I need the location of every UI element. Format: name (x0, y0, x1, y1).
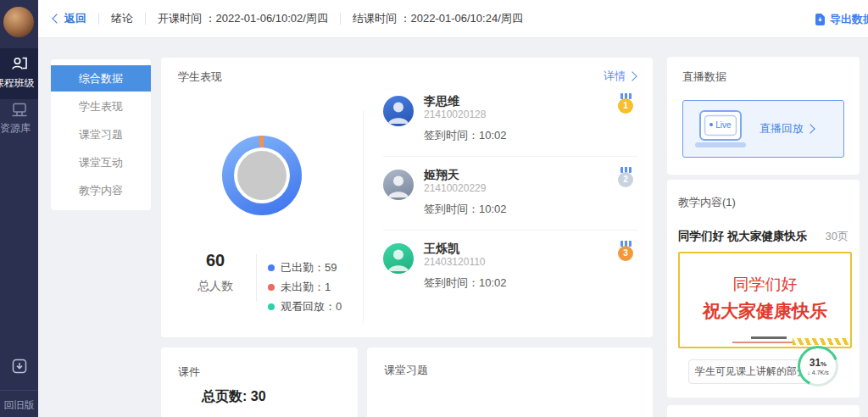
slide-text-line1: 同学们好 (680, 274, 850, 296)
stat-divider (256, 254, 257, 302)
sidebar-item-resource-library[interactable]: 资源库 (0, 102, 38, 142)
resource-library-icon (10, 102, 29, 119)
student-row[interactable]: 王烁凯 21403120110 签到时间：10:02 3 (383, 231, 637, 303)
medal-bronze-icon: 3 (617, 241, 634, 261)
topbar-divider (98, 13, 99, 25)
total-block: 60 总人数 (176, 251, 254, 294)
sidebar-item-old-version[interactable]: 回旧版 (0, 398, 38, 415)
end-time: 结课时间 ：2022-01-06/10:24/周四 (353, 11, 523, 26)
student-row[interactable]: 姬翔天 21410020229 签到时间：10:02 2 (383, 157, 637, 231)
medal-gold-icon: 1 (617, 93, 634, 114)
student-row[interactable]: 李思维 21410020128 签到时间：10:02 1 (383, 83, 637, 157)
total-students-value: 60 (176, 251, 254, 270)
checkin-time: 签到时间：10:02 (424, 202, 637, 217)
sidebar-item-course-class[interactable]: 课程班级 (0, 48, 38, 99)
tab-overview-data[interactable]: 综合数据 (51, 65, 151, 92)
topbar: 返回 绪论 开课时间 ：2022-01-06/10:02/周四 结课时间 ：20… (38, 0, 868, 38)
app-root: 课程班级 资源库 回旧版 (0, 0, 868, 417)
chevron-right-icon (627, 71, 637, 81)
live-dot-icon (709, 123, 713, 126)
progress-percent: 31% (810, 357, 826, 369)
legend-attended: 已出勤：59 (268, 258, 342, 277)
student-name: 王烁凯 (424, 242, 637, 256)
legend-dot-green (268, 303, 275, 310)
card-title: 课件 (178, 364, 200, 380)
attendance-donut-chart (222, 136, 302, 215)
document-row[interactable]: 同学们好 祝大家健康快乐 30页 (678, 229, 849, 244)
live-replay-box[interactable]: Live 直播回放 (682, 100, 844, 158)
student-avatar (383, 170, 414, 200)
network-progress-inner: 31% ↓ 4.7K/s (800, 348, 836, 384)
legend-replay: 观看回放：0 (268, 297, 342, 316)
card-title: 教学内容(1) (678, 195, 736, 210)
live-data-card: 直播数据 Live 直播回放 (667, 57, 860, 175)
student-info: 王烁凯 21403120110 签到时间：10:02 (424, 242, 637, 291)
sidebar-item-download[interactable] (0, 358, 38, 383)
legend-absent: 未出勤：1 (268, 277, 342, 297)
card-title: 直播数据 (682, 70, 726, 85)
tab-teaching-content[interactable]: 教学内容 (51, 177, 151, 203)
back-label: 返回 (64, 11, 86, 26)
slide-corner-stripes (793, 338, 849, 345)
exercises-card: 课堂习题 (367, 348, 653, 417)
sidebar-divider (0, 390, 38, 391)
replay-label: 直播回放 (760, 121, 804, 136)
card-title: 课堂习题 (384, 363, 428, 378)
detail-link[interactable]: 详情 (604, 69, 636, 84)
total-pages: 总页数: 30 (202, 388, 266, 406)
network-speed: ↓ 4.7K/s (807, 370, 828, 375)
tab-class-interaction[interactable]: 课堂互动 (51, 149, 151, 175)
attendance-legend: 已出勤：59 未出勤：1 观看回放：0 (268, 258, 342, 316)
student-avatar (383, 96, 414, 126)
sidebar-item-label: 资源库 (0, 121, 38, 136)
tab-student-performance[interactable]: 学生表现 (51, 93, 151, 120)
legend-text: 已出勤：59 (281, 260, 337, 275)
student-name: 姬翔天 (424, 168, 637, 182)
sidebar-item-label: 课程班级 (0, 76, 38, 91)
medal-rank: 1 (618, 98, 633, 114)
checkin-time: 签到时间：10:02 (424, 275, 637, 291)
courseware-card: 课件 总页数: 30 (161, 348, 358, 417)
export-file-icon (815, 14, 826, 25)
student-performance-card: 学生表现 详情 60 总人数 已出勤：59 未出勤：1 (161, 58, 653, 337)
start-time: 开课时间 ：2022-01-06/10:02/周四 (158, 11, 328, 26)
student-visibility-note[interactable]: 学生可见课上讲解的部分 (688, 359, 814, 384)
student-id: 21410020229 (424, 182, 637, 195)
legend-text: 观看回放：0 (281, 299, 342, 314)
donut-center (237, 151, 287, 200)
card-title: 学生表现 (178, 70, 222, 85)
student-id: 21403120110 (424, 256, 637, 269)
next-card-partial (667, 405, 860, 417)
vertical-separator (363, 110, 364, 324)
student-rank-list: 李思维 21410020128 签到时间：10:02 1 姬翔天 (383, 83, 637, 303)
network-progress-widget: 31% ↓ 4.7K/s (798, 346, 838, 386)
slide-thumbnail[interactable]: 同学们好 祝大家健康快乐 (678, 252, 852, 348)
export-label: 导出数据 (830, 12, 868, 27)
student-info: 姬翔天 21410020229 签到时间：10:02 (424, 168, 637, 217)
chevron-left-icon (52, 14, 61, 23)
download-icon (11, 358, 28, 375)
student-info: 李思维 21410020128 签到时间：10:02 (424, 94, 637, 143)
document-pages: 30页 (826, 229, 849, 244)
laptop-live-icon: Live (690, 107, 749, 151)
chapter-title: 绪论 (111, 11, 133, 26)
course-class-icon (10, 55, 29, 74)
medal-silver-icon: 2 (617, 167, 634, 187)
legend-text: 未出勤：1 (281, 280, 331, 295)
student-id: 21410020128 (424, 108, 637, 121)
live-label: Live (702, 120, 739, 130)
section-menu: 综合数据 学生表现 课堂习题 课堂互动 教学内容 (51, 59, 151, 210)
tab-class-exercises[interactable]: 课堂习题 (51, 121, 151, 147)
student-avatar (383, 243, 414, 274)
live-replay-link[interactable]: 直播回放 (760, 121, 814, 136)
teaching-content-card: 教学内容(1) 同学们好 祝大家健康快乐 30页 同学们好 祝大家健康快乐 学生… (667, 180, 860, 398)
back-button[interactable]: 返回 (53, 11, 86, 26)
student-name: 李思维 (424, 94, 637, 108)
sidebar: 课程班级 资源库 回旧版 (0, 0, 38, 417)
document-title: 同学们好 祝大家健康快乐 (678, 229, 807, 244)
total-students-label: 总人数 (176, 279, 254, 294)
chevron-right-icon (805, 124, 815, 133)
export-data-button[interactable]: 导出数据 (815, 0, 868, 38)
user-avatar[interactable] (3, 7, 34, 37)
medal-rank: 2 (618, 172, 633, 187)
